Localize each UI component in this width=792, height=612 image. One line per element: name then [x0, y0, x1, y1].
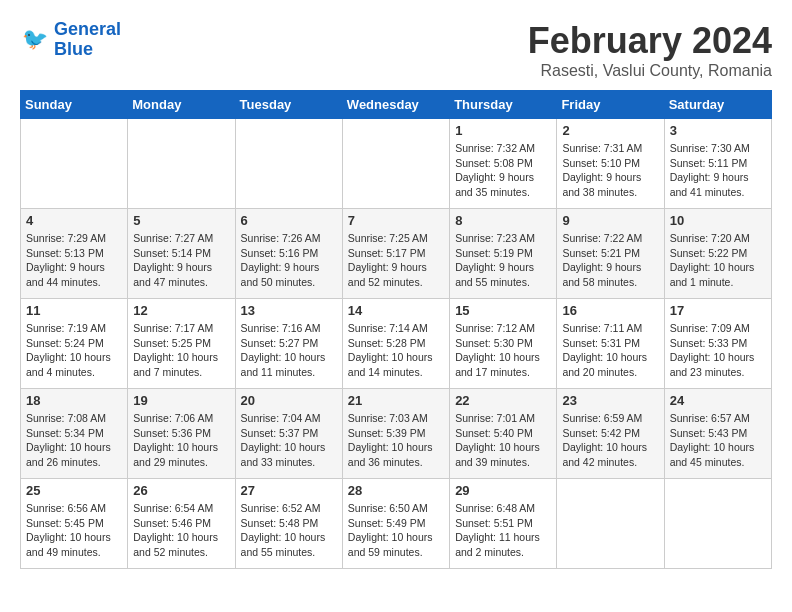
calendar-day-header: Saturday	[664, 91, 771, 119]
calendar-week-row: 18Sunrise: 7:08 AMSunset: 5:34 PMDayligh…	[21, 389, 772, 479]
calendar-cell: 9Sunrise: 7:22 AMSunset: 5:21 PMDaylight…	[557, 209, 664, 299]
day-number: 11	[26, 303, 122, 318]
calendar-day-header: Sunday	[21, 91, 128, 119]
day-number: 7	[348, 213, 444, 228]
day-number: 13	[241, 303, 337, 318]
day-number: 27	[241, 483, 337, 498]
calendar-week-row: 4Sunrise: 7:29 AMSunset: 5:13 PMDaylight…	[21, 209, 772, 299]
calendar-body: 1Sunrise: 7:32 AMSunset: 5:08 PMDaylight…	[21, 119, 772, 569]
day-info: Sunrise: 7:04 AMSunset: 5:37 PMDaylight:…	[241, 411, 337, 470]
day-info: Sunrise: 7:03 AMSunset: 5:39 PMDaylight:…	[348, 411, 444, 470]
calendar-cell: 22Sunrise: 7:01 AMSunset: 5:40 PMDayligh…	[450, 389, 557, 479]
logo-text: General Blue	[54, 20, 121, 60]
day-info: Sunrise: 7:09 AMSunset: 5:33 PMDaylight:…	[670, 321, 766, 380]
calendar-cell: 12Sunrise: 7:17 AMSunset: 5:25 PMDayligh…	[128, 299, 235, 389]
day-info: Sunrise: 7:06 AMSunset: 5:36 PMDaylight:…	[133, 411, 229, 470]
calendar-day-header: Wednesday	[342, 91, 449, 119]
calendar-cell: 28Sunrise: 6:50 AMSunset: 5:49 PMDayligh…	[342, 479, 449, 569]
calendar-cell: 24Sunrise: 6:57 AMSunset: 5:43 PMDayligh…	[664, 389, 771, 479]
day-number: 8	[455, 213, 551, 228]
day-info: Sunrise: 7:20 AMSunset: 5:22 PMDaylight:…	[670, 231, 766, 290]
calendar-cell: 7Sunrise: 7:25 AMSunset: 5:17 PMDaylight…	[342, 209, 449, 299]
day-info: Sunrise: 6:48 AMSunset: 5:51 PMDaylight:…	[455, 501, 551, 560]
day-info: Sunrise: 7:30 AMSunset: 5:11 PMDaylight:…	[670, 141, 766, 200]
day-number: 24	[670, 393, 766, 408]
calendar-week-row: 11Sunrise: 7:19 AMSunset: 5:24 PMDayligh…	[21, 299, 772, 389]
day-number: 19	[133, 393, 229, 408]
calendar-cell	[557, 479, 664, 569]
title-block: February 2024 Rasesti, Vaslui County, Ro…	[528, 20, 772, 80]
calendar-cell: 13Sunrise: 7:16 AMSunset: 5:27 PMDayligh…	[235, 299, 342, 389]
day-number: 4	[26, 213, 122, 228]
calendar-cell	[235, 119, 342, 209]
day-info: Sunrise: 7:22 AMSunset: 5:21 PMDaylight:…	[562, 231, 658, 290]
day-number: 9	[562, 213, 658, 228]
calendar-day-header: Tuesday	[235, 91, 342, 119]
calendar-cell: 19Sunrise: 7:06 AMSunset: 5:36 PMDayligh…	[128, 389, 235, 479]
calendar-cell: 14Sunrise: 7:14 AMSunset: 5:28 PMDayligh…	[342, 299, 449, 389]
day-number: 3	[670, 123, 766, 138]
day-info: Sunrise: 6:50 AMSunset: 5:49 PMDaylight:…	[348, 501, 444, 560]
calendar-day-header: Monday	[128, 91, 235, 119]
day-number: 14	[348, 303, 444, 318]
day-info: Sunrise: 7:19 AMSunset: 5:24 PMDaylight:…	[26, 321, 122, 380]
calendar-cell: 8Sunrise: 7:23 AMSunset: 5:19 PMDaylight…	[450, 209, 557, 299]
calendar-cell: 5Sunrise: 7:27 AMSunset: 5:14 PMDaylight…	[128, 209, 235, 299]
calendar-cell: 17Sunrise: 7:09 AMSunset: 5:33 PMDayligh…	[664, 299, 771, 389]
location-subtitle: Rasesti, Vaslui County, Romania	[528, 62, 772, 80]
day-number: 28	[348, 483, 444, 498]
day-number: 6	[241, 213, 337, 228]
day-info: Sunrise: 7:29 AMSunset: 5:13 PMDaylight:…	[26, 231, 122, 290]
calendar-week-row: 1Sunrise: 7:32 AMSunset: 5:08 PMDaylight…	[21, 119, 772, 209]
day-info: Sunrise: 7:26 AMSunset: 5:16 PMDaylight:…	[241, 231, 337, 290]
day-number: 29	[455, 483, 551, 498]
day-info: Sunrise: 6:59 AMSunset: 5:42 PMDaylight:…	[562, 411, 658, 470]
calendar-cell: 6Sunrise: 7:26 AMSunset: 5:16 PMDaylight…	[235, 209, 342, 299]
calendar-cell: 29Sunrise: 6:48 AMSunset: 5:51 PMDayligh…	[450, 479, 557, 569]
calendar-cell: 26Sunrise: 6:54 AMSunset: 5:46 PMDayligh…	[128, 479, 235, 569]
calendar-cell	[664, 479, 771, 569]
day-number: 15	[455, 303, 551, 318]
calendar-day-header: Thursday	[450, 91, 557, 119]
calendar-header-row: SundayMondayTuesdayWednesdayThursdayFrid…	[21, 91, 772, 119]
calendar-cell: 3Sunrise: 7:30 AMSunset: 5:11 PMDaylight…	[664, 119, 771, 209]
calendar-day-header: Friday	[557, 91, 664, 119]
calendar-cell: 11Sunrise: 7:19 AMSunset: 5:24 PMDayligh…	[21, 299, 128, 389]
day-number: 26	[133, 483, 229, 498]
day-number: 21	[348, 393, 444, 408]
month-title: February 2024	[528, 20, 772, 62]
day-number: 20	[241, 393, 337, 408]
day-info: Sunrise: 7:17 AMSunset: 5:25 PMDaylight:…	[133, 321, 229, 380]
day-number: 5	[133, 213, 229, 228]
day-info: Sunrise: 7:01 AMSunset: 5:40 PMDaylight:…	[455, 411, 551, 470]
calendar-cell	[342, 119, 449, 209]
day-info: Sunrise: 7:25 AMSunset: 5:17 PMDaylight:…	[348, 231, 444, 290]
svg-text:🐦: 🐦	[22, 26, 49, 52]
day-info: Sunrise: 7:14 AMSunset: 5:28 PMDaylight:…	[348, 321, 444, 380]
day-info: Sunrise: 6:54 AMSunset: 5:46 PMDaylight:…	[133, 501, 229, 560]
calendar-cell: 16Sunrise: 7:11 AMSunset: 5:31 PMDayligh…	[557, 299, 664, 389]
day-info: Sunrise: 7:11 AMSunset: 5:31 PMDaylight:…	[562, 321, 658, 380]
calendar-cell: 21Sunrise: 7:03 AMSunset: 5:39 PMDayligh…	[342, 389, 449, 479]
day-info: Sunrise: 7:32 AMSunset: 5:08 PMDaylight:…	[455, 141, 551, 200]
calendar-cell: 10Sunrise: 7:20 AMSunset: 5:22 PMDayligh…	[664, 209, 771, 299]
page-header: 🐦 General Blue February 2024 Rasesti, Va…	[20, 20, 772, 80]
calendar-cell: 27Sunrise: 6:52 AMSunset: 5:48 PMDayligh…	[235, 479, 342, 569]
logo-icon: 🐦	[20, 25, 50, 55]
calendar-cell: 25Sunrise: 6:56 AMSunset: 5:45 PMDayligh…	[21, 479, 128, 569]
calendar-cell: 4Sunrise: 7:29 AMSunset: 5:13 PMDaylight…	[21, 209, 128, 299]
day-number: 22	[455, 393, 551, 408]
day-number: 17	[670, 303, 766, 318]
calendar-cell: 20Sunrise: 7:04 AMSunset: 5:37 PMDayligh…	[235, 389, 342, 479]
day-number: 23	[562, 393, 658, 408]
day-info: Sunrise: 7:31 AMSunset: 5:10 PMDaylight:…	[562, 141, 658, 200]
day-number: 1	[455, 123, 551, 138]
day-number: 18	[26, 393, 122, 408]
calendar-cell: 18Sunrise: 7:08 AMSunset: 5:34 PMDayligh…	[21, 389, 128, 479]
day-number: 2	[562, 123, 658, 138]
calendar-cell	[21, 119, 128, 209]
day-number: 12	[133, 303, 229, 318]
day-number: 25	[26, 483, 122, 498]
day-info: Sunrise: 6:56 AMSunset: 5:45 PMDaylight:…	[26, 501, 122, 560]
calendar-week-row: 25Sunrise: 6:56 AMSunset: 5:45 PMDayligh…	[21, 479, 772, 569]
